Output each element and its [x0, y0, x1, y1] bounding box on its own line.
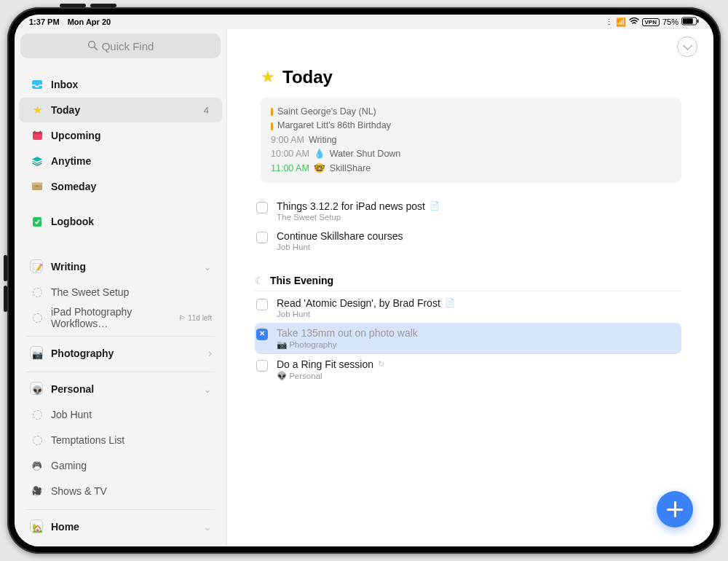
sidebar-item-temptations-list[interactable]: Temptations List — [19, 428, 222, 452]
sidebar-item-inbox[interactable]: Inbox — [19, 72, 222, 97]
volume-down-button[interactable] — [4, 255, 7, 281]
event-text: Water Shut Down — [330, 147, 401, 161]
vpn-badge: VPN — [642, 18, 660, 26]
chevron-down-icon[interactable] — [203, 261, 212, 272]
sidebar-main-nav: Inbox ★ Today 4 Upcoming — [15, 67, 226, 239]
top-button-2[interactable] — [90, 4, 116, 7]
list-label: Shows & TV — [51, 485, 212, 497]
repeat-icon: ↻ — [378, 359, 384, 369]
event-time: 9:00 AM — [271, 133, 304, 147]
inbox-icon — [29, 79, 45, 90]
area-icon: 📷 — [29, 348, 45, 360]
task-row[interactable]: Things 3.12.2 for iPad news post 📄The Sw… — [255, 196, 681, 226]
task-title: Take 135mm out on photo walk — [277, 327, 676, 339]
task-checkbox[interactable] — [256, 329, 268, 340]
wifi-icon: ⋮ — [605, 17, 613, 27]
battery-icon — [681, 17, 699, 27]
sidebar: Quick Find Inbox ★ Today 4 — [15, 29, 227, 546]
sidebar-item-shows-tv[interactable]: 🎥 Shows & TV — [19, 479, 222, 503]
app: Quick Find Inbox ★ Today 4 — [15, 29, 713, 546]
task-title: Do a Ring Fit session ↻ — [277, 358, 676, 370]
task-checkbox[interactable] — [256, 360, 268, 372]
event-text: Margaret Litt's 86th Birthday — [277, 119, 391, 133]
sidebar-item-today[interactable]: ★ Today 4 — [19, 98, 222, 122]
svg-rect-13 — [33, 217, 41, 227]
task-project: 👽 Personal — [277, 371, 676, 381]
quick-find-search[interactable]: Quick Find — [20, 34, 221, 58]
volume-up-button[interactable] — [4, 286, 7, 312]
status-bar: 1:37 PM Mon Apr 20 ⋮ 📶 VPN 75% — [15, 15, 713, 29]
sidebar-item-ipad-photography-workflows[interactable]: iPad Photography Workflows…🏳 11d left — [19, 305, 222, 330]
task-checkbox[interactable] — [256, 232, 268, 243]
task-checkbox[interactable] — [256, 202, 268, 213]
task-title: Read 'Atomic Design', by Brad Frost 📄 — [277, 297, 676, 309]
moon-icon: ☾ — [255, 275, 264, 286]
project-icon — [29, 410, 45, 420]
ipad-device-frame: 1:37 PM Mon Apr 20 ⋮ 📶 VPN 75% — [7, 7, 721, 554]
task-checkbox[interactable] — [256, 299, 268, 310]
area-icon: 👽 — [29, 383, 45, 396]
task-row[interactable]: Do a Ring Fit session ↻👽 Personal — [255, 354, 681, 385]
calendar-icon — [29, 130, 45, 141]
calendar-events[interactable]: Saint George's Day (NL)Margaret Litt's 8… — [261, 98, 681, 183]
top-button-1[interactable] — [60, 4, 86, 7]
calendar-event-line: 9:00 AMWriting — [271, 133, 671, 147]
project-icon — [29, 436, 45, 445]
sidebar-areas: 📝WritingThe Sweet SetupiPad Photography … — [15, 249, 226, 544]
project-icon — [29, 313, 45, 323]
sidebar-item-photography[interactable]: 📷Photography — [19, 341, 222, 366]
event-time: 10:00 AM — [271, 147, 309, 161]
event-color-bar — [271, 108, 273, 116]
project-icon — [29, 288, 45, 297]
sidebar-item-home[interactable]: 🏡Home — [19, 514, 222, 539]
list-label: Home — [51, 521, 203, 533]
sidebar-item-personal[interactable]: 👽Personal — [19, 377, 222, 401]
sidebar-item-logbook[interactable]: Logbook — [19, 209, 222, 234]
star-icon: ★ — [29, 103, 45, 117]
svg-rect-12 — [36, 186, 39, 187]
page-title-row: ★ Today — [261, 67, 681, 87]
sidebar-item-gaming[interactable]: 🎮 Gaming — [19, 453, 222, 478]
sidebar-item-writing[interactable]: 📝Writing — [19, 254, 222, 279]
sidebar-footer: ＋ New List ⚙ — [15, 544, 226, 546]
list-label: Gaming — [51, 460, 212, 471]
add-task-fab[interactable] — [657, 491, 693, 527]
main-panel: ★ Today Saint George's Day (NL)Margaret … — [227, 29, 713, 546]
list-label: The Sweet Setup — [51, 286, 212, 298]
signal-icon: 📶 — [616, 17, 626, 27]
event-emoji-icon: 🤓 — [314, 162, 325, 176]
calendar-event-line: 11:00 AM🤓SkillShare — [271, 162, 671, 176]
task-row[interactable]: Read 'Atomic Design', by Brad Frost 📄Job… — [255, 293, 681, 323]
search-icon — [87, 40, 98, 52]
note-icon: 📄 — [445, 298, 455, 307]
list-icon: 🎮 — [29, 461, 45, 471]
svg-rect-2 — [697, 20, 699, 23]
wifi-icon-2 — [629, 17, 639, 26]
list-label: Job Hunt — [51, 409, 212, 420]
svg-rect-10 — [32, 184, 42, 190]
status-date: Mon Apr 20 — [68, 17, 111, 26]
chevron-down-icon[interactable] — [203, 383, 212, 395]
more-options-button[interactable] — [677, 36, 697, 57]
stack-icon — [29, 156, 45, 166]
sidebar-item-someday[interactable]: Someday — [19, 174, 222, 199]
divider — [26, 336, 215, 337]
today-star-icon: ★ — [261, 68, 275, 87]
task-project: 📷 Photography — [277, 340, 676, 350]
task-row[interactable]: Take 135mm out on photo walk📷 Photograph… — [255, 323, 681, 354]
sidebar-item-anytime[interactable]: Anytime — [19, 149, 222, 173]
chevron-right-icon[interactable] — [208, 347, 212, 360]
sidebar-item-job-hunt[interactable]: Job Hunt — [19, 402, 222, 427]
sidebar-item-upcoming[interactable]: Upcoming — [19, 123, 222, 148]
event-time: 11:00 AM — [271, 162, 309, 176]
chevron-down-icon[interactable] — [203, 521, 212, 533]
event-emoji-icon: 💧 — [314, 147, 325, 161]
svg-rect-1 — [683, 18, 693, 23]
task-row[interactable]: Continue Skillshare coursesJob Hunt — [255, 226, 681, 256]
sidebar-item-the-sweet-setup[interactable]: The Sweet Setup — [19, 280, 222, 305]
task-title: Continue Skillshare courses — [277, 230, 676, 242]
task-project: Job Hunt — [277, 243, 676, 251]
event-text: Writing — [309, 133, 337, 147]
list-icon: 🎥 — [29, 487, 45, 496]
task-project: The Sweet Setup — [277, 213, 676, 221]
